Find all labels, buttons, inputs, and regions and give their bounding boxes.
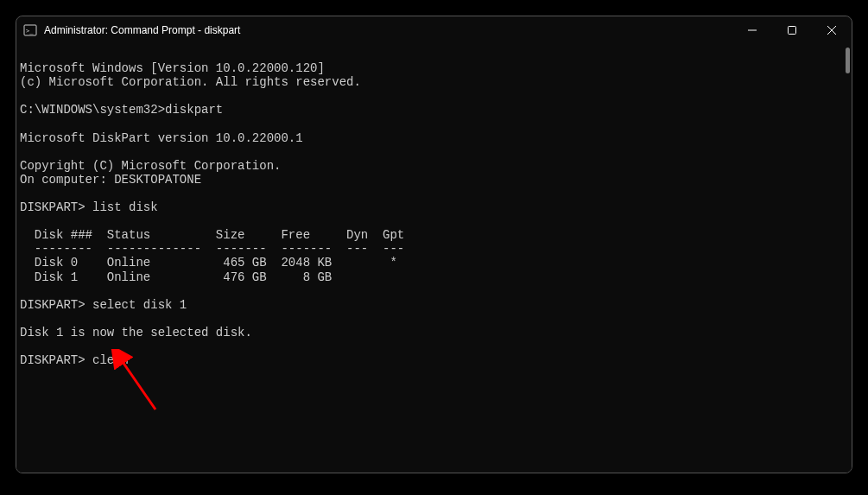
output-line: On computer: DESKTOPATONE xyxy=(20,173,201,187)
output-line: Copyright (C) Microsoft Corporation. xyxy=(20,159,281,173)
prompt-line: C:\WINDOWS\system32>diskpart xyxy=(20,103,223,117)
table-row: Disk 1 Online 476 GB 8 GB xyxy=(20,270,332,284)
svg-rect-3 xyxy=(789,27,796,35)
output-line: Microsoft Windows [Version 10.0.22000.12… xyxy=(20,61,325,75)
prompt-line: DISKPART> select disk 1 xyxy=(20,298,187,312)
prompt-line: DISKPART> clean xyxy=(20,353,129,367)
terminal-window: >_ Administrator: Command Prompt - diskp… xyxy=(16,16,852,473)
titlebar[interactable]: >_ Administrator: Command Prompt - diskp… xyxy=(16,16,852,44)
terminal-body[interactable]: Microsoft Windows [Version 10.0.22000.12… xyxy=(16,44,852,473)
close-button[interactable] xyxy=(812,16,852,44)
output-line: Microsoft DiskPart version 10.0.22000.1 xyxy=(20,131,303,145)
window-controls xyxy=(732,16,852,44)
output-line: Disk 1 is now the selected disk. xyxy=(20,326,252,340)
table-row: Disk 0 Online 465 GB 2048 KB * xyxy=(20,256,397,270)
minimize-button[interactable] xyxy=(732,16,772,44)
prompt-line: DISKPART> list disk xyxy=(20,200,158,214)
window-title: Administrator: Command Prompt - diskpart xyxy=(44,24,732,36)
maximize-button[interactable] xyxy=(772,16,812,44)
output-line: (c) Microsoft Corporation. All rights re… xyxy=(20,75,361,89)
scrollbar-thumb[interactable] xyxy=(846,48,850,73)
table-header: Disk ### Status Size Free Dyn Gpt xyxy=(20,228,404,242)
table-divider: -------- ------------- ------- ------- -… xyxy=(20,242,404,256)
cmd-icon: >_ xyxy=(23,23,37,37)
svg-text:>_: >_ xyxy=(26,28,34,35)
scrollbar[interactable] xyxy=(844,48,850,469)
